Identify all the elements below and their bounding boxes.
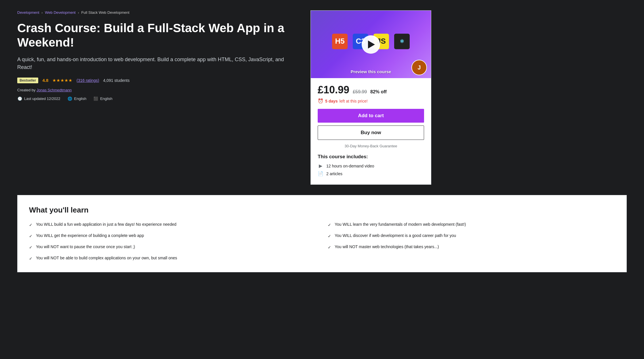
check-icon-1: ✓ [29, 222, 32, 228]
check-icon-4: ✓ [328, 244, 331, 250]
learn-item-4: ✓ You will NOT master web technologies (… [328, 244, 615, 250]
page-wrapper: Development › Web Development › Full Sta… [0, 0, 644, 272]
rating-row: Bestseller 4.8 ★★★★★ (316 ratings) 4,091… [17, 78, 299, 83]
check-icon-2: ✓ [29, 244, 32, 250]
breadcrumb-webdev[interactable]: Web Development [45, 10, 76, 15]
creator-prefix: Created by [17, 88, 36, 92]
current-price: £10.99 [318, 84, 349, 96]
creator-row: Created by Jonas Schmedtmann [17, 88, 299, 92]
learn-text-2: You will NOT want to pause the course on… [36, 244, 135, 250]
article-icon: 📄 [318, 171, 323, 176]
header-section: Development › Web Development › Full Sta… [0, 0, 644, 195]
meta-row: 🕐 Last updated 12/2022 🌐 English ⬛ Engli… [17, 96, 299, 101]
language-text: English [74, 96, 87, 101]
check-icon-5: ✓ [29, 233, 32, 239]
alarm-icon: ⏰ [318, 98, 323, 104]
learn-item-1: ✓ You WILL build a fun web application i… [29, 221, 316, 228]
bestseller-badge: Bestseller [17, 78, 38, 83]
learn-grid: ✓ You WILL build a fun web application i… [29, 221, 615, 262]
original-price: £59.99 [353, 89, 367, 94]
includes-list: ▶ 12 hours on-demand video 📄 2 articles [318, 163, 424, 176]
timer-text: left at this price! [340, 99, 368, 103]
check-icon-3: ✓ [328, 222, 331, 228]
course-subtitle: A quick, fun, and hands-on introduction … [17, 56, 299, 71]
breadcrumb: Development › Web Development › Full Sta… [17, 10, 299, 15]
buy-now-button[interactable]: Buy now [318, 126, 424, 140]
video-icon: ▶ [318, 163, 323, 169]
caption-icon: ⬛ [93, 96, 98, 101]
last-updated-item: 🕐 Last updated 12/2022 [17, 96, 60, 101]
price-row: £10.99 £59.99 82% off [318, 84, 424, 96]
language-item: 🌐 English [67, 96, 87, 101]
course-title: Crash Course: Build a Full-Stack Web App… [17, 21, 299, 50]
last-updated-text: Last updated 12/2022 [24, 96, 60, 101]
stars-icon: ★★★★★ [52, 78, 72, 83]
rating-number: 4.8 [42, 78, 48, 83]
timer-days: 5 days [325, 99, 338, 103]
discount-text: 82% off [370, 89, 387, 94]
includes-articles-item: 📄 2 articles [318, 171, 424, 176]
caption-language-text: English [100, 96, 112, 101]
add-to-cart-button[interactable]: Add to cart [318, 109, 424, 123]
breadcrumb-sep-2: › [78, 11, 79, 14]
learn-text-1: You WILL build a fun web application in … [36, 221, 177, 227]
learn-text-6: You will NOT be able to build complex ap… [36, 255, 177, 261]
course-card: H5 C3 JS ⚛ Preview this course J £10.99 … [310, 10, 431, 185]
card-body: £10.99 £59.99 82% off ⏰ 5 days left at t… [311, 78, 431, 184]
creator-link[interactable]: Jonas Schmedtmann [37, 88, 72, 92]
learn-title: What you'll learn [29, 206, 615, 215]
react-icon: ⚛ [394, 34, 410, 49]
students-count: 4,091 students [103, 78, 130, 83]
learn-text-5: You WILL get the experience of building … [36, 233, 144, 239]
learn-text-7: You WILL discover if web development is … [335, 233, 456, 239]
breadcrumb-development[interactable]: Development [17, 10, 39, 15]
learn-item-3: ✓ You WILL learn the very fundamentals o… [328, 221, 615, 228]
guarantee-text: 30-Day Money-Back Guarantee [318, 144, 424, 148]
course-preview[interactable]: H5 C3 JS ⚛ Preview this course J [311, 11, 431, 78]
learn-section: What you'll learn ✓ You WILL build a fun… [17, 195, 627, 272]
rating-count[interactable]: (316 ratings) [76, 78, 99, 83]
learn-text-3: You WILL learn the very fundamentals of … [335, 221, 466, 227]
play-triangle-icon [368, 40, 375, 49]
learn-item-5: ✓ You WILL get the experience of buildin… [29, 233, 316, 239]
learn-item-2: ✓ You will NOT want to pause the course … [29, 244, 316, 250]
includes-title: This course includes: [318, 154, 424, 160]
play-button[interactable] [362, 35, 380, 54]
main-content: Development › Web Development › Full Sta… [17, 10, 299, 185]
breadcrumb-fullstack: Full Stack Web Development [81, 10, 129, 15]
learn-item-6: ✓ You will NOT be able to build complex … [29, 255, 316, 262]
breadcrumb-sep-1: › [42, 11, 43, 14]
avatar: J [411, 60, 427, 75]
includes-video-item: ▶ 12 hours on-demand video [318, 163, 424, 169]
globe-icon: 🌐 [67, 96, 72, 101]
includes-articles-text: 2 articles [326, 171, 342, 176]
check-icon-7: ✓ [328, 233, 331, 239]
clock-icon: 🕐 [17, 96, 22, 101]
caption-item: ⬛ English [93, 96, 112, 101]
check-icon-6: ✓ [29, 256, 32, 262]
learn-text-4: You will NOT master web technologies (th… [335, 244, 439, 250]
learn-item-7: ✓ You WILL discover if web development i… [328, 233, 615, 239]
html-icon: H5 [332, 34, 348, 49]
timer-row: ⏰ 5 days left at this price! [318, 98, 424, 104]
includes-video-text: 12 hours on-demand video [326, 164, 374, 168]
